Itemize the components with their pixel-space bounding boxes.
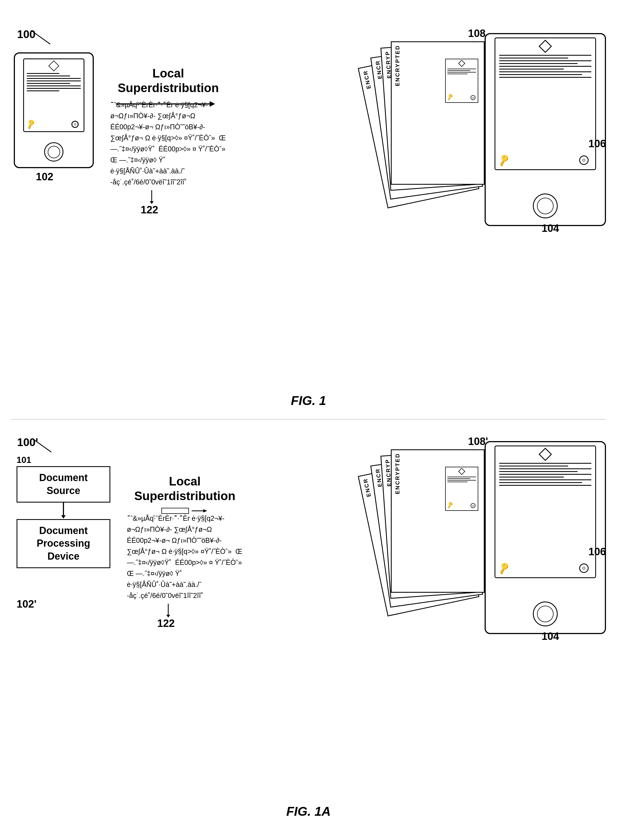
local-line2-1a: Superdistribution <box>134 489 236 503</box>
encoded-text-fig1: ˙̈ˆ&»µÅq·̈ˆÈrÈr·ˆ̃·ˆ̈Èr ė·ÿ§[q2¬¥-ø¬Ωƒı»… <box>110 99 226 187</box>
key-main-fig1: 🔑 <box>497 153 511 167</box>
right-cluster-fig1: 108 ENCR ENCR ENCRYP ENCRYPTED <box>380 28 606 237</box>
main-screen-right-fig1: 🔑 ⊙ <box>494 37 596 170</box>
lock-icon-102: ⊙ <box>71 121 78 128</box>
svg-line-0 <box>31 30 50 44</box>
main-diamond-fig1a <box>539 448 552 461</box>
label-104-fig1a: 104 <box>542 631 559 643</box>
flowchart-fig1a: 101 DocumentSource DocumentProcessingDev… <box>16 455 110 568</box>
svg-marker-9 <box>203 509 207 513</box>
lock-inner: ⊙ <box>471 95 475 100</box>
main-button-fig1 <box>533 193 558 218</box>
label-122-fig1: 122 <box>141 204 158 216</box>
arrow-to-122 <box>149 190 155 204</box>
label-102: 102 <box>36 171 53 183</box>
arrow-to-122-1a <box>165 604 171 617</box>
label-101: 101 <box>16 455 110 465</box>
arrow-122-fig1a <box>165 604 171 619</box>
label-122-fig1a: 122 <box>157 617 174 629</box>
main-diamond-fig1 <box>539 40 552 53</box>
doc-lines <box>27 73 81 93</box>
inner-lines-1a <box>447 477 476 483</box>
enc-inner-doc: 🔑 ⊙ <box>445 59 478 103</box>
right-cluster-fig1a: 108' ENCR ENCR ENCRYP ENCRYPTED <box>380 436 606 645</box>
page: 100 <box>0 0 617 840</box>
inner-diamond-1a <box>458 468 465 475</box>
local-label-line1: Local <box>152 66 184 80</box>
main-doc-lines-fig1 <box>499 55 591 80</box>
figure-1: 100 <box>0 11 617 419</box>
label-102p: 102' <box>16 598 36 610</box>
diamond-icon <box>48 60 59 71</box>
enc-doc-layer1-1a: ENCRYPTED 🔑 ⊙ <box>391 449 485 593</box>
main-screen-right-fig1a: 🔑 ⊙ <box>494 445 596 578</box>
encoded-content-fig1a: ˙̈ˆ&»µÅq·̈ˆÈrÈr·ˆ̃·ˆ̈Èr ė·ÿ§[q2¬¥-ø¬Ωƒı»… <box>127 514 248 599</box>
label-108: 108 <box>468 28 486 40</box>
figure-1a: 100' 101 DocumentSource DocumentProc <box>0 419 617 827</box>
device-102: 🔑 ⊙ <box>14 52 94 168</box>
enc-doc-layer1: ENCRYPTED 🔑 ⊙ <box>391 41 485 185</box>
divider-line <box>11 419 606 420</box>
flow-arrow-1 <box>16 503 110 519</box>
main-doc-lines-fig1a <box>499 463 591 488</box>
fig1a-caption: FIG. 1A <box>286 804 331 819</box>
local-super-title-fig1a: Local Superdistribution <box>127 474 243 503</box>
down-arrow-svg <box>59 503 68 519</box>
key-inner-1a: 🔑 <box>446 501 454 509</box>
key-icon-102: 🔑 <box>25 118 36 130</box>
box-document-processing-device: DocumentProcessingDevice <box>16 519 110 568</box>
main-device-right-fig1a: 🔑 ⊙ <box>485 441 606 634</box>
label-104: 104 <box>542 223 559 234</box>
key-inner: 🔑 <box>446 93 454 101</box>
lock-main-fig1a: ⊙ <box>579 563 589 573</box>
inner-diamond <box>458 60 465 67</box>
arrow-100-indicator <box>31 30 59 47</box>
device-screen-102: 🔑 ⊙ <box>23 59 85 132</box>
local-label-line2: Superdistribution <box>118 81 219 94</box>
svg-line-5 <box>32 438 51 452</box>
svg-marker-4 <box>150 201 154 204</box>
local-super-title-fig1: Local Superdistribution <box>110 66 226 95</box>
label-106: 106 <box>589 138 606 150</box>
enc-label-1: ENCRYPTED <box>392 42 403 89</box>
inner-lines <box>447 69 476 75</box>
svg-marker-7 <box>61 515 66 519</box>
local-line1-1a: Local <box>169 475 201 488</box>
encoded-text-fig1a: ˙̈ˆ&»µÅq·̈ˆÈrÈr·ˆ̃·ˆ̈Èr ė·ÿ§[q2¬¥-ø¬Ωƒı»… <box>127 513 243 601</box>
lock-inner-1a: ⊙ <box>471 503 475 508</box>
key-main-fig1a: 🔑 <box>497 561 511 575</box>
local-superdistribution-fig1a: Local Superdistribution <box>127 474 243 516</box>
svg-marker-11 <box>166 615 170 617</box>
encoded-content-fig1: ˙̈ˆ&»µÅq·̈ˆÈrÈr·ˆ̃·ˆ̈Èr ė·ÿ§[q2¬¥-ø¬Ωƒı»… <box>110 101 231 186</box>
enc-label-1-1a: ENCRYPTED <box>392 450 403 497</box>
lock-main-fig1: ⊙ <box>579 155 589 165</box>
enc-inner-doc-1a: 🔑 ⊙ <box>445 467 478 511</box>
fig1-caption: FIG. 1 <box>291 393 326 408</box>
label-106-fig1a: 106 <box>589 546 606 558</box>
main-button-fig1a <box>533 601 558 626</box>
main-device-right-fig1: 🔑 ⊙ <box>485 33 606 226</box>
arrow-122-fig1 <box>149 190 155 205</box>
device-button-102 <box>44 142 63 162</box>
box-document-source: DocumentSource <box>16 466 110 503</box>
arrow-100p-indicator <box>32 438 60 455</box>
